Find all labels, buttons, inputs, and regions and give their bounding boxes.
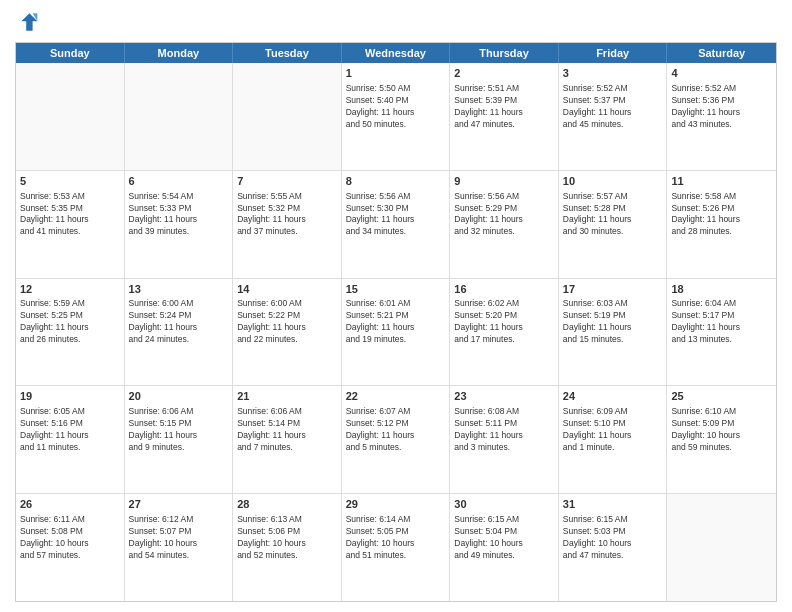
day-cell-23: 23Sunrise: 6:08 AM Sunset: 5:11 PM Dayli…: [450, 386, 559, 493]
day-cell-31: 31Sunrise: 6:15 AM Sunset: 5:03 PM Dayli…: [559, 494, 668, 601]
day-cell-2: 2Sunrise: 5:51 AM Sunset: 5:39 PM Daylig…: [450, 63, 559, 170]
day-cell-8: 8Sunrise: 5:56 AM Sunset: 5:30 PM Daylig…: [342, 171, 451, 278]
day-header-tuesday: Tuesday: [233, 43, 342, 63]
day-cell-empty: [125, 63, 234, 170]
day-number: 21: [237, 389, 337, 404]
day-number: 13: [129, 282, 229, 297]
day-number: 9: [454, 174, 554, 189]
day-number: 17: [563, 282, 663, 297]
day-cell-27: 27Sunrise: 6:12 AM Sunset: 5:07 PM Dayli…: [125, 494, 234, 601]
day-cell-17: 17Sunrise: 6:03 AM Sunset: 5:19 PM Dayli…: [559, 279, 668, 386]
calendar-grid: 1Sunrise: 5:50 AM Sunset: 5:40 PM Daylig…: [16, 63, 776, 601]
day-number: 16: [454, 282, 554, 297]
day-info: Sunrise: 6:00 AM Sunset: 5:24 PM Dayligh…: [129, 298, 229, 346]
day-info: Sunrise: 5:52 AM Sunset: 5:36 PM Dayligh…: [671, 83, 772, 131]
day-number: 20: [129, 389, 229, 404]
day-number: 30: [454, 497, 554, 512]
day-cell-29: 29Sunrise: 6:14 AM Sunset: 5:05 PM Dayli…: [342, 494, 451, 601]
week-row-3: 12Sunrise: 5:59 AM Sunset: 5:25 PM Dayli…: [16, 279, 776, 387]
day-info: Sunrise: 5:58 AM Sunset: 5:26 PM Dayligh…: [671, 191, 772, 239]
day-cell-4: 4Sunrise: 5:52 AM Sunset: 5:36 PM Daylig…: [667, 63, 776, 170]
day-info: Sunrise: 6:15 AM Sunset: 5:03 PM Dayligh…: [563, 514, 663, 562]
day-number: 5: [20, 174, 120, 189]
day-number: 28: [237, 497, 337, 512]
day-number: 10: [563, 174, 663, 189]
day-header-wednesday: Wednesday: [342, 43, 451, 63]
day-cell-28: 28Sunrise: 6:13 AM Sunset: 5:06 PM Dayli…: [233, 494, 342, 601]
day-info: Sunrise: 6:14 AM Sunset: 5:05 PM Dayligh…: [346, 514, 446, 562]
day-number: 12: [20, 282, 120, 297]
day-cell-12: 12Sunrise: 5:59 AM Sunset: 5:25 PM Dayli…: [16, 279, 125, 386]
day-number: 15: [346, 282, 446, 297]
day-info: Sunrise: 6:13 AM Sunset: 5:06 PM Dayligh…: [237, 514, 337, 562]
day-header-saturday: Saturday: [667, 43, 776, 63]
day-number: 1: [346, 66, 446, 81]
day-number: 29: [346, 497, 446, 512]
day-number: 19: [20, 389, 120, 404]
day-cell-15: 15Sunrise: 6:01 AM Sunset: 5:21 PM Dayli…: [342, 279, 451, 386]
calendar-container: SundayMondayTuesdayWednesdayThursdayFrid…: [0, 0, 792, 612]
day-cell-empty: [233, 63, 342, 170]
day-cell-22: 22Sunrise: 6:07 AM Sunset: 5:12 PM Dayli…: [342, 386, 451, 493]
day-cell-1: 1Sunrise: 5:50 AM Sunset: 5:40 PM Daylig…: [342, 63, 451, 170]
day-info: Sunrise: 6:15 AM Sunset: 5:04 PM Dayligh…: [454, 514, 554, 562]
day-number: 11: [671, 174, 772, 189]
day-cell-empty: [667, 494, 776, 601]
day-number: 18: [671, 282, 772, 297]
day-number: 4: [671, 66, 772, 81]
day-info: Sunrise: 6:05 AM Sunset: 5:16 PM Dayligh…: [20, 406, 120, 454]
day-cell-14: 14Sunrise: 6:00 AM Sunset: 5:22 PM Dayli…: [233, 279, 342, 386]
day-number: 6: [129, 174, 229, 189]
day-cell-20: 20Sunrise: 6:06 AM Sunset: 5:15 PM Dayli…: [125, 386, 234, 493]
day-number: 31: [563, 497, 663, 512]
week-row-1: 1Sunrise: 5:50 AM Sunset: 5:40 PM Daylig…: [16, 63, 776, 171]
day-info: Sunrise: 5:56 AM Sunset: 5:29 PM Dayligh…: [454, 191, 554, 239]
day-info: Sunrise: 6:07 AM Sunset: 5:12 PM Dayligh…: [346, 406, 446, 454]
day-cell-10: 10Sunrise: 5:57 AM Sunset: 5:28 PM Dayli…: [559, 171, 668, 278]
week-row-2: 5Sunrise: 5:53 AM Sunset: 5:35 PM Daylig…: [16, 171, 776, 279]
day-info: Sunrise: 6:03 AM Sunset: 5:19 PM Dayligh…: [563, 298, 663, 346]
day-info: Sunrise: 6:01 AM Sunset: 5:21 PM Dayligh…: [346, 298, 446, 346]
day-cell-13: 13Sunrise: 6:00 AM Sunset: 5:24 PM Dayli…: [125, 279, 234, 386]
day-number: 8: [346, 174, 446, 189]
day-info: Sunrise: 6:09 AM Sunset: 5:10 PM Dayligh…: [563, 406, 663, 454]
day-cell-3: 3Sunrise: 5:52 AM Sunset: 5:37 PM Daylig…: [559, 63, 668, 170]
day-info: Sunrise: 6:02 AM Sunset: 5:20 PM Dayligh…: [454, 298, 554, 346]
day-number: 2: [454, 66, 554, 81]
day-info: Sunrise: 5:53 AM Sunset: 5:35 PM Dayligh…: [20, 191, 120, 239]
day-info: Sunrise: 5:55 AM Sunset: 5:32 PM Dayligh…: [237, 191, 337, 239]
day-header-monday: Monday: [125, 43, 234, 63]
day-info: Sunrise: 6:11 AM Sunset: 5:08 PM Dayligh…: [20, 514, 120, 562]
day-cell-7: 7Sunrise: 5:55 AM Sunset: 5:32 PM Daylig…: [233, 171, 342, 278]
day-info: Sunrise: 6:06 AM Sunset: 5:15 PM Dayligh…: [129, 406, 229, 454]
day-headers: SundayMondayTuesdayWednesdayThursdayFrid…: [16, 43, 776, 63]
day-number: 25: [671, 389, 772, 404]
day-cell-24: 24Sunrise: 6:09 AM Sunset: 5:10 PM Dayli…: [559, 386, 668, 493]
day-cell-11: 11Sunrise: 5:58 AM Sunset: 5:26 PM Dayli…: [667, 171, 776, 278]
day-number: 7: [237, 174, 337, 189]
day-number: 27: [129, 497, 229, 512]
day-info: Sunrise: 5:52 AM Sunset: 5:37 PM Dayligh…: [563, 83, 663, 131]
day-info: Sunrise: 6:00 AM Sunset: 5:22 PM Dayligh…: [237, 298, 337, 346]
day-header-thursday: Thursday: [450, 43, 559, 63]
day-header-friday: Friday: [559, 43, 668, 63]
day-cell-30: 30Sunrise: 6:15 AM Sunset: 5:04 PM Dayli…: [450, 494, 559, 601]
day-info: Sunrise: 6:04 AM Sunset: 5:17 PM Dayligh…: [671, 298, 772, 346]
logo-icon: [15, 10, 39, 34]
day-cell-16: 16Sunrise: 6:02 AM Sunset: 5:20 PM Dayli…: [450, 279, 559, 386]
day-cell-26: 26Sunrise: 6:11 AM Sunset: 5:08 PM Dayli…: [16, 494, 125, 601]
day-info: Sunrise: 5:56 AM Sunset: 5:30 PM Dayligh…: [346, 191, 446, 239]
day-info: Sunrise: 5:51 AM Sunset: 5:39 PM Dayligh…: [454, 83, 554, 131]
day-info: Sunrise: 5:57 AM Sunset: 5:28 PM Dayligh…: [563, 191, 663, 239]
day-cell-25: 25Sunrise: 6:10 AM Sunset: 5:09 PM Dayli…: [667, 386, 776, 493]
day-cell-6: 6Sunrise: 5:54 AM Sunset: 5:33 PM Daylig…: [125, 171, 234, 278]
day-number: 3: [563, 66, 663, 81]
day-info: Sunrise: 5:54 AM Sunset: 5:33 PM Dayligh…: [129, 191, 229, 239]
day-cell-empty: [16, 63, 125, 170]
day-cell-5: 5Sunrise: 5:53 AM Sunset: 5:35 PM Daylig…: [16, 171, 125, 278]
week-row-5: 26Sunrise: 6:11 AM Sunset: 5:08 PM Dayli…: [16, 494, 776, 601]
day-header-sunday: Sunday: [16, 43, 125, 63]
logo: [15, 10, 43, 34]
day-info: Sunrise: 6:08 AM Sunset: 5:11 PM Dayligh…: [454, 406, 554, 454]
day-info: Sunrise: 5:50 AM Sunset: 5:40 PM Dayligh…: [346, 83, 446, 131]
